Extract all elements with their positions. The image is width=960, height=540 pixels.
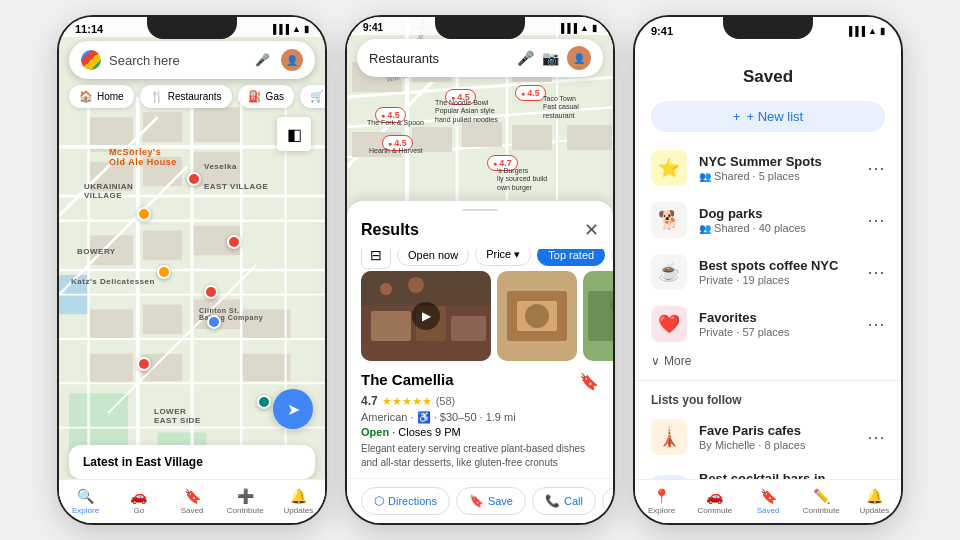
results-title: Results (361, 221, 419, 239)
svg-rect-14 (143, 304, 182, 334)
filter-top-rated[interactable]: Top rated (537, 249, 605, 266)
dog-more-btn[interactable]: ⋯ (867, 209, 885, 231)
svg-rect-13 (89, 309, 133, 339)
p2-mic-icon[interactable]: 🎤 (517, 50, 534, 66)
svg-point-63 (380, 283, 392, 295)
go-label: Go (133, 506, 144, 515)
svg-rect-54 (567, 125, 612, 150)
filter-open-now[interactable]: Open now (397, 249, 469, 266)
p2-search-bar[interactable]: Restaurants 🎤 📷 👤 (357, 39, 603, 77)
restaurant-images: ▶ (347, 271, 613, 371)
gas-pill[interactable]: ⛽ Gas (238, 85, 294, 108)
favorites-meta: Private · 57 places (699, 326, 855, 338)
restaurants-pill[interactable]: 🍴 Restaurants (140, 85, 232, 108)
latest-card[interactable]: Latest in East Village (69, 445, 315, 479)
call-button[interactable]: 📞 Call (532, 487, 596, 515)
svg-rect-53 (512, 125, 552, 150)
battery-icon: ▮ (304, 24, 309, 34)
nyc-summer-name: NYC Summer Spots (699, 154, 855, 169)
list-item-coffee[interactable]: ☕ Best spots coffee NYC Private · 19 pla… (635, 246, 901, 298)
p2-camera-icon[interactable]: 📷 (542, 50, 559, 66)
list-item-dog-parks[interactable]: 🐕 Dog parks 👥 Shared · 40 places ⋯ (635, 194, 901, 246)
map-pin-6[interactable] (137, 357, 151, 371)
shared-icon-2: 👥 (699, 223, 711, 234)
p3-updates-icon: 🔔 (866, 488, 883, 504)
results-header: Results ✕ (347, 215, 613, 249)
nav-go-1[interactable]: 🚗 Go (112, 480, 165, 523)
paris-more-btn[interactable]: ⋯ (867, 426, 885, 448)
nyc-summer-icon: ⭐ (651, 150, 687, 186)
layers-button[interactable]: ◧ (277, 117, 311, 151)
home-pill[interactable]: 🏠 Home (69, 85, 134, 108)
coffee-more-btn[interactable]: ⋯ (867, 261, 885, 283)
svg-rect-16 (89, 354, 133, 384)
nyc-more-btn[interactable]: ⋯ (867, 157, 885, 179)
nav-contribute-1[interactable]: ➕ Contribute (219, 480, 272, 523)
restaurants-label: Restaurants (168, 91, 222, 102)
favorites-more-btn[interactable]: ⋯ (867, 313, 885, 335)
map-pin-nest[interactable] (204, 285, 218, 299)
play-button[interactable]: ▶ (412, 302, 440, 330)
map-pin-5[interactable] (207, 315, 221, 329)
nav-updates-3[interactable]: 🔔 Updates (848, 480, 901, 523)
p2-search-text: Restaurants (369, 51, 509, 66)
filter-options-btn[interactable]: ⊟ (361, 249, 391, 269)
more-actions-button[interactable]: Or (602, 487, 613, 515)
saved-header: Saved (635, 39, 901, 95)
filter-deli[interactable]: Deli (611, 249, 613, 266)
map-pin-2[interactable] (187, 172, 201, 186)
map-search-bar[interactable]: Search here 🎤 👤 (69, 41, 315, 79)
coffee-name: Best spots coffee NYC (699, 258, 855, 273)
rating-pin-3[interactable]: 4.5 (515, 85, 546, 101)
grocery-pill[interactable]: 🛒 Groc (300, 85, 325, 108)
map-pin-7[interactable] (257, 395, 271, 409)
p2-avatar[interactable]: 👤 (567, 46, 591, 70)
list-item-nyc-summer[interactable]: ⭐ NYC Summer Spots 👥 Shared · 5 places ⋯ (635, 142, 901, 194)
map-pin-4[interactable] (157, 265, 171, 279)
navigate-button[interactable]: ➤ (273, 389, 313, 429)
dog-parks-meta: 👥 Shared · 40 places (699, 222, 855, 234)
nav-explore-1[interactable]: 🔍 Explore (59, 480, 112, 523)
svg-rect-52 (462, 122, 502, 147)
filter-price[interactable]: Price ▾ (475, 249, 531, 267)
user-avatar[interactable]: 👤 (281, 49, 303, 71)
p2-battery: ▮ (592, 23, 597, 33)
save-icon[interactable]: 🔖 (579, 372, 599, 391)
list-item-paris[interactable]: 🗼 Fave Paris cafes By Michelle · 8 place… (635, 411, 901, 463)
directions-button[interactable]: ⬡ Directions (361, 487, 450, 515)
explore-icon: 🔍 (77, 488, 94, 504)
p2-wifi: ▲ (580, 23, 589, 33)
directions-label: Directions (388, 495, 437, 507)
restaurant-image-1[interactable]: ▶ (361, 271, 491, 361)
mic-icon[interactable]: 🎤 (251, 49, 273, 71)
phone-3: 9:41 ▐▐▐ ▲ ▮ Saved + + New list ⭐ NYC Su… (633, 15, 903, 525)
new-list-button[interactable]: + + New list (651, 101, 885, 132)
map-pin-3[interactable] (227, 235, 241, 249)
nav-contribute-3[interactable]: ✏️ Contribute (795, 480, 848, 523)
restaurant-image-2[interactable] (497, 271, 577, 361)
img-svg-3 (583, 271, 613, 361)
p3-saved-label: Saved (757, 506, 780, 515)
review-count: (58) (436, 395, 456, 407)
more-lists-button[interactable]: ∨ More (635, 350, 901, 376)
list-item-favorites[interactable]: ❤️ Favorites Private · 57 places ⋯ (635, 298, 901, 350)
p3-updates-label: Updates (860, 506, 890, 515)
grocery-icon: 🛒 (310, 90, 324, 103)
section-divider (635, 380, 901, 381)
nav-explore-3[interactable]: 📍 Explore (635, 480, 688, 523)
restaurant-image-3[interactable] (583, 271, 613, 361)
save-button[interactable]: 🔖 Save (456, 487, 526, 515)
nav-saved-1[interactable]: 🔖 Saved (165, 480, 218, 523)
open-now-label: Open now (408, 249, 458, 261)
nav-saved-3[interactable]: 🔖 Saved (741, 480, 794, 523)
updates-label: Updates (284, 506, 314, 515)
follow-section-title: Lists you follow (635, 385, 901, 411)
nav-updates-1[interactable]: 🔔 Updates (272, 480, 325, 523)
map-pin-1[interactable] (137, 207, 151, 221)
nav-commute-3[interactable]: 🚗 Commute (688, 480, 741, 523)
restaurant-description: Elegant eatery serving creative plant-ba… (361, 442, 599, 470)
close-button[interactable]: ✕ (584, 219, 599, 241)
p3-wifi: ▲ (868, 26, 877, 36)
ukrainian-village-label: UKRAINIANVILLAGE (84, 182, 133, 200)
dog-parks-name: Dog parks (699, 206, 855, 221)
